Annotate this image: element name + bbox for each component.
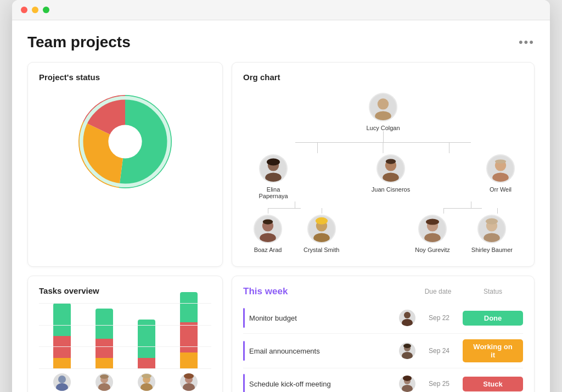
- status-badge-working: Working on it: [463, 339, 523, 362]
- task-avatar-3: [399, 376, 415, 392]
- svg-point-25: [426, 219, 439, 225]
- maximize-button[interactable]: [43, 7, 49, 13]
- svg-point-18: [260, 233, 276, 243]
- minimize-button[interactable]: [32, 7, 38, 13]
- svg-point-41: [402, 319, 413, 326]
- org-name-orr: Orr Weil: [490, 186, 512, 193]
- task-row-3: Schedule kick-off meeting Sep 25 Stuck: [243, 368, 523, 392]
- bar-chart: [39, 303, 211, 391]
- bar-avatar-1: [53, 373, 71, 391]
- org-node-noy: Noy Gurevitz: [415, 215, 450, 253]
- week-title: This week: [243, 286, 288, 297]
- more-options-button[interactable]: •••: [519, 35, 535, 49]
- svg-point-10: [267, 159, 280, 166]
- task-bar-3: [243, 374, 245, 392]
- svg-point-32: [98, 383, 110, 391]
- org-level2-row: Boaz Arad Crystal Smith: [251, 215, 515, 253]
- svg-point-13: [386, 159, 396, 164]
- svg-point-28: [486, 219, 498, 225]
- svg-point-12: [383, 172, 399, 182]
- main-content: Team projects ••• Project's status: [12, 20, 550, 392]
- svg-point-27: [484, 233, 501, 243]
- org-level1-row: Elina Papernaya Juan Cisneros: [251, 154, 515, 199]
- task-status-1: Done: [463, 311, 523, 326]
- svg-point-47: [403, 376, 412, 381]
- bar-avatar-2: [95, 373, 113, 391]
- pie-chart: [78, 95, 172, 188]
- org-name-noy: Noy Gurevitz: [415, 247, 450, 253]
- svg-point-38: [183, 383, 195, 391]
- bar-red-1: [53, 336, 71, 358]
- bar-orange-4: [180, 352, 198, 369]
- task-status-3: Stuck: [463, 377, 523, 391]
- bar-orange-2: [95, 358, 113, 369]
- svg-point-44: [403, 344, 411, 348]
- pie-chart-container: [39, 89, 211, 192]
- task-row-1: Monitor budget Sep 22 Done: [243, 303, 523, 334]
- svg-point-39: [184, 373, 194, 379]
- svg-point-46: [402, 385, 413, 392]
- bar-green-1: [53, 303, 71, 336]
- task-name-2: Email announcements: [249, 347, 395, 355]
- task-bar-2: [243, 341, 245, 361]
- svg-point-15: [492, 172, 509, 182]
- bar-orange-1: [53, 358, 71, 369]
- task-bar-1: [243, 308, 245, 328]
- svg-point-30: [56, 383, 68, 391]
- bar-stack-2: [95, 309, 113, 369]
- bar-red-2: [95, 339, 113, 358]
- tasks-overview-card: Tasks overview: [27, 276, 223, 392]
- org-avatar-orr: [486, 154, 515, 183]
- org-name-elina: Elina Papernaya: [251, 186, 295, 199]
- org-name-lucy: Lucy Colgan: [366, 125, 400, 131]
- page-header: Team projects •••: [27, 33, 535, 51]
- bar-avatar-3: [138, 373, 155, 391]
- bar-group-4: [171, 292, 206, 391]
- svg-point-22: [316, 217, 328, 225]
- task-avatar-2: [399, 343, 415, 359]
- org-node-orr: Orr Weil: [486, 154, 515, 199]
- org-node-shirley: Shirley Baumer: [471, 215, 513, 253]
- svg-point-9: [265, 172, 282, 182]
- svg-point-40: [404, 312, 411, 318]
- org-name-juan: Juan Cisneros: [372, 186, 410, 193]
- org-node-elina: Elina Papernaya: [251, 154, 295, 199]
- org-avatar-noy: [418, 215, 447, 243]
- svg-point-19: [263, 219, 273, 224]
- org-avatar-crystal: [307, 215, 336, 243]
- col-status-label: Status: [463, 288, 523, 295]
- bar-green-2: [95, 309, 113, 339]
- svg-point-16: [495, 159, 506, 163]
- project-status-card: Project's status: [27, 62, 223, 267]
- org-node-root: Lucy Colgan: [366, 93, 400, 131]
- title-bar: [12, 0, 550, 20]
- svg-point-3: [108, 125, 142, 158]
- task-row-2: Email announcements Sep 24 Working on it: [243, 334, 523, 368]
- bar-green-3: [138, 320, 155, 358]
- week-col-labels: Due date Status: [413, 288, 523, 295]
- this-week-card: This week Due date Status Monitor budget: [232, 276, 535, 392]
- org-avatar-shirley: [477, 215, 506, 243]
- svg-point-36: [142, 374, 151, 378]
- org-avatar-boaz: [254, 215, 282, 243]
- svg-point-33: [100, 374, 109, 379]
- bar-group-3: [129, 320, 164, 391]
- org-node-juan: Juan Cisneros: [372, 154, 410, 199]
- svg-point-43: [402, 352, 413, 359]
- task-avatar-1: [399, 310, 415, 326]
- task-name-3: Schedule kick-off meeting: [249, 380, 395, 388]
- org-node-crystal: Crystal Smith: [304, 215, 339, 253]
- page-title: Team projects: [27, 33, 131, 51]
- bar-stack-4: [180, 292, 198, 369]
- bar-red-4: [180, 322, 198, 352]
- svg-point-29: [58, 376, 66, 383]
- svg-point-24: [424, 233, 441, 243]
- bar-avatar-4: [180, 373, 198, 391]
- org-root-row: Lucy Colgan: [366, 93, 400, 131]
- org-name-boaz: Boaz Arad: [254, 247, 282, 253]
- org-chart-card: Org chart Lucy Colgan: [232, 62, 535, 267]
- close-button[interactable]: [21, 7, 27, 13]
- bar-stack-3: [138, 320, 155, 369]
- org-chart-title: Org chart: [243, 72, 523, 82]
- org-chart-diagram: Lucy Colgan: [243, 89, 523, 256]
